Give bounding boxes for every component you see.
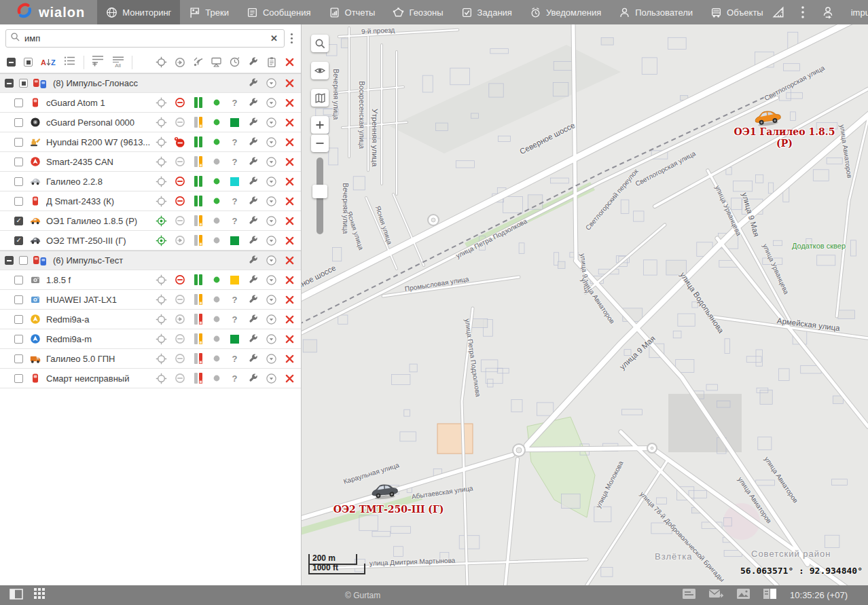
command-state-icon[interactable] [170,235,189,246]
unit-checkbox[interactable] [14,197,23,206]
unit-remove-icon[interactable] [281,158,299,166]
locate-on-map-icon[interactable] [152,314,170,325]
locate-on-map-icon[interactable] [152,373,170,384]
command-state-icon[interactable] [170,373,189,384]
unit-row[interactable]: Смарт неисправный ? [0,369,301,388]
unit-remove-icon[interactable] [281,335,299,344]
unit-checkbox[interactable] [14,236,23,245]
send-message-icon[interactable] [709,589,723,602]
group-row[interactable]: (6) Импульс-Тест [0,251,301,270]
unit-checkbox[interactable] [14,354,23,363]
current-username[interactable]: impulse_glonass [851,7,868,18]
tab-notifications[interactable]: Уведомления [521,0,610,24]
locate-on-map-icon[interactable] [152,136,170,148]
unit-remove-icon[interactable] [281,138,299,147]
unit-checkbox[interactable] [14,315,23,324]
list-view-icon[interactable] [64,56,76,69]
unit-row[interactable]: Redmi9a-a ? [0,310,301,329]
unit-menu-icon[interactable] [262,294,281,306]
locate-on-map-icon[interactable] [152,97,170,109]
unit-name[interactable]: Redmi9a-a [46,314,152,325]
deselect-all-checkbox[interactable] [7,58,16,67]
unit-remove-icon[interactable] [281,118,299,127]
unit-checkbox[interactable] [14,374,23,383]
unit-name[interactable]: ОЭ1 Галилео 1.8.5 (Р) [46,216,152,226]
command-state-icon[interactable] [170,294,189,305]
unit-remove-icon[interactable] [281,295,299,304]
unit-row[interactable]: Redmi9a-m [0,329,301,349]
wialon-logo[interactable]: wialon [0,0,85,24]
unit-properties-icon[interactable] [244,334,262,344]
more-menu-icon[interactable] [801,5,805,19]
command-state-icon[interactable] [170,274,189,285]
group-menu-icon[interactable] [262,255,281,266]
group-properties-icon[interactable] [244,78,262,88]
map-search-button[interactable] [311,35,329,52]
tab-geofences[interactable]: Геозоны [384,0,452,24]
locate-on-map-icon[interactable] [152,235,170,246]
unit-checkbox[interactable] [14,98,23,107]
command-state-icon[interactable] [170,215,189,226]
group-menu-icon[interactable] [262,77,281,89]
unit-row[interactable]: ОЭ1 Галилео 1.8.5 (Р) ? [0,211,301,231]
unit-menu-icon[interactable] [262,97,281,109]
command-state-icon[interactable] [170,156,189,167]
copyright-text[interactable]: © Gurtam [345,591,380,600]
unit-name[interactable]: Галилео 2.2.8 [46,177,152,187]
command-state-icon[interactable] [170,196,189,206]
unit-checkbox[interactable] [14,335,23,344]
unit-properties-icon[interactable] [244,373,262,384]
command-state-icon[interactable] [170,176,189,187]
unit-name[interactable]: Redmi9a-m [46,334,152,344]
add-to-list-icon[interactable] [92,55,104,69]
clear-list-icon[interactable] [281,56,299,68]
user-switch-icon[interactable] [821,5,835,19]
group-row[interactable]: (8) Импульс-Глонасс [0,73,301,93]
unit-properties-icon[interactable] [244,177,262,187]
tab-units[interactable]: Объекты [702,0,772,24]
unit-remove-icon[interactable] [281,276,299,285]
tab-jobs[interactable]: Задания [452,0,521,24]
left-panel-toggle-icon[interactable] [10,589,23,602]
unit-name[interactable]: cGuard Personal 0000 [46,117,152,128]
unit-properties-icon[interactable] [244,216,262,226]
unit-name[interactable]: cGuard Atom 1 [46,98,152,108]
unit-checkbox[interactable] [14,138,23,147]
follow-all-icon[interactable] [170,56,189,68]
unit-checkbox[interactable] [14,295,23,304]
group-select-checkbox[interactable] [19,79,28,88]
unit-properties-icon[interactable] [244,236,262,246]
unit-checkbox[interactable] [14,158,23,166]
media-icon[interactable] [737,589,750,602]
connection-state-icon[interactable] [189,56,207,68]
unit-row[interactable]: HUAWEI JAT-LX1 ? [0,290,301,310]
unit-checkbox[interactable] [14,118,23,127]
locate-on-map-icon[interactable] [152,215,170,227]
command-state-icon[interactable] [170,353,189,364]
unit-row[interactable]: Smart-2435 CAN ? [0,152,301,172]
unit-properties-icon[interactable] [244,314,262,325]
monitor-icon[interactable] [207,56,225,68]
panel-split-icon[interactable] [763,589,776,602]
unit-properties-icon[interactable] [244,275,262,285]
select-visible-checkbox[interactable] [24,58,33,67]
properties-icon[interactable] [244,56,262,68]
unit-properties-icon[interactable] [244,354,262,364]
tab-users[interactable]: Пользователи [610,0,702,24]
unit-remove-icon[interactable] [281,315,299,324]
map-layers-button[interactable] [311,89,329,107]
unit-menu-icon[interactable] [262,333,281,345]
unit-marker-car-icon[interactable] [369,481,401,504]
search-input[interactable] [24,33,268,43]
unit-row[interactable]: cGuard Atom 1 ? [0,93,301,113]
locate-on-map-icon[interactable] [152,333,170,345]
log-icon[interactable] [683,589,695,602]
locate-on-map-icon[interactable] [152,176,170,187]
show-all-icon[interactable]: All [112,56,124,69]
unit-checkbox[interactable] [14,217,23,225]
unit-name[interactable]: Hyundai R200 W7 (9613... [46,137,152,147]
locate-all-icon[interactable] [152,56,170,68]
unit-menu-icon[interactable] [262,215,281,227]
unit-menu-icon[interactable] [262,196,281,207]
unit-properties-icon[interactable] [244,98,262,108]
